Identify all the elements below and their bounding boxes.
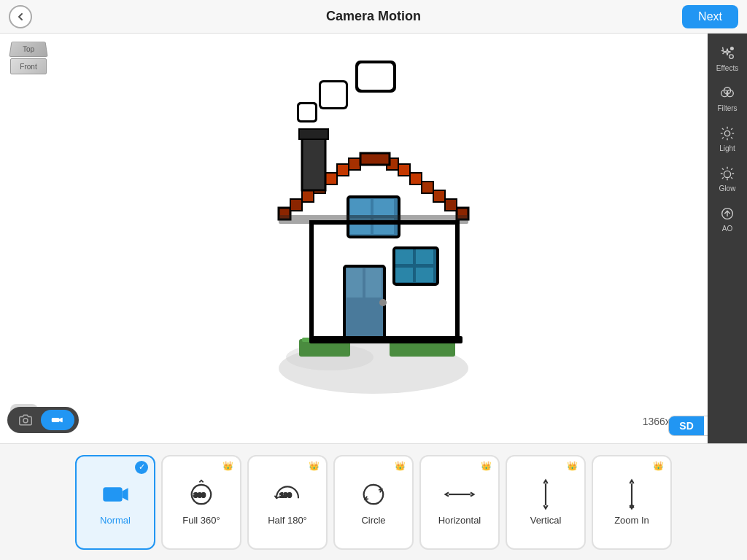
svg-rect-37 [422, 182, 433, 193]
scene-image [169, 34, 578, 443]
svg-rect-38 [410, 173, 422, 184]
half180-label: Half 180° [268, 515, 307, 526]
effects-icon [719, 45, 735, 61]
full360-label: Full 360° [182, 515, 220, 526]
vertical-label: Vertical [530, 515, 562, 526]
svg-point-62 [724, 171, 730, 177]
circle-icon [357, 478, 390, 510]
light-icon [719, 125, 735, 141]
svg-rect-29 [302, 190, 314, 202]
glow-icon [719, 166, 735, 182]
check-badge: ✓ [135, 461, 148, 474]
motion-normal[interactable]: ✓ Normal [75, 455, 155, 550]
svg-line-58 [722, 128, 724, 130]
light-label: Light [719, 144, 735, 152]
crown-icon-3: 👑 [395, 461, 406, 471]
svg-rect-7 [358, 63, 393, 90]
horizontal-icon [444, 478, 476, 510]
horizontal-label: Horizontal [438, 515, 481, 526]
crown-icon-4: 👑 [481, 461, 492, 471]
svg-rect-36 [433, 190, 445, 202]
svg-rect-32 [337, 164, 349, 176]
svg-rect-33 [349, 158, 360, 170]
svg-point-49 [729, 55, 734, 59]
svg-text:360: 360 [193, 491, 205, 499]
svg-point-48 [731, 47, 734, 50]
cube-nav[interactable]: Top Front [10, 41, 51, 86]
cube-front[interactable]: Front [10, 58, 47, 74]
zoomin-label: Zoom In [614, 515, 649, 526]
svg-point-47 [23, 419, 28, 423]
svg-rect-28 [290, 199, 302, 211]
filters-label: Filters [717, 104, 737, 112]
camera-icon [19, 413, 32, 427]
ao-label: AO [722, 225, 732, 233]
motion-circle[interactable]: 👑 Circle [333, 455, 414, 550]
normal-label: Normal [100, 515, 131, 526]
svg-rect-3 [299, 104, 315, 120]
cube-top[interactable]: Top [9, 42, 47, 57]
svg-line-60 [731, 128, 732, 130]
svg-rect-31 [325, 173, 337, 184]
header: Camera Motion Next [0, 0, 747, 34]
svg-rect-18 [395, 249, 413, 264]
sd-button[interactable]: SD [669, 416, 703, 435]
svg-rect-24 [374, 199, 394, 215]
svg-point-16 [379, 299, 387, 306]
svg-rect-43 [299, 129, 328, 139]
svg-rect-46 [309, 336, 462, 343]
ao-icon [719, 206, 735, 222]
crown-icon-6: 👑 [653, 461, 665, 471]
viewport [0, 34, 747, 443]
sidebar-item-light[interactable]: Light [709, 120, 746, 158]
svg-rect-23 [350, 199, 371, 215]
crown-icon-2: 👑 [309, 461, 320, 471]
svg-rect-19 [416, 249, 433, 264]
effects-label: Effects [716, 64, 738, 72]
page-title: Camera Motion [326, 9, 421, 24]
sidebar-item-ao[interactable]: AO [709, 200, 746, 238]
svg-line-59 [731, 137, 732, 139]
circle-label: Circle [361, 515, 385, 526]
svg-rect-15 [365, 268, 382, 298]
crown-icon: 👑 [222, 461, 234, 471]
sidebar-item-effects[interactable]: Effects [709, 39, 746, 78]
vertical-icon [530, 478, 562, 510]
full360-icon: 360 [185, 478, 217, 510]
normal-camera-icon [99, 478, 131, 510]
svg-rect-64 [103, 487, 122, 501]
svg-point-53 [724, 131, 729, 136]
sidebar-item-glow[interactable]: Glow [709, 160, 746, 198]
filters-icon [719, 85, 735, 101]
motion-vertical[interactable]: 👑 Vertical [506, 455, 586, 550]
back-button[interactable] [9, 5, 32, 28]
svg-rect-35 [445, 199, 457, 211]
capture-bar [7, 407, 79, 433]
zoomin-icon [616, 478, 648, 510]
photo-button[interactable] [12, 410, 39, 430]
svg-rect-41 [360, 153, 390, 165]
motion-zoomin[interactable]: 👑 Zoom In [592, 455, 672, 550]
svg-text:180: 180 [279, 491, 291, 499]
video-button[interactable] [41, 410, 74, 430]
next-button[interactable]: Next [682, 5, 738, 28]
svg-rect-21 [416, 268, 433, 282]
crown-icon-5: 👑 [567, 461, 578, 471]
svg-rect-39 [398, 164, 410, 176]
motion-horizontal[interactable]: 👑 Horizontal [419, 455, 500, 550]
svg-rect-20 [395, 268, 413, 282]
motion-full360[interactable]: 👑 360 Full 360° [161, 455, 241, 550]
svg-line-61 [722, 137, 724, 139]
sidebar-item-filters[interactable]: Filters [709, 79, 746, 118]
video-icon [51, 413, 64, 427]
half180-icon: 180 [271, 478, 303, 510]
motion-bar: ✓ Normal 👑 360 Full 360° 👑 180 Half 180°… [0, 443, 747, 560]
svg-rect-5 [321, 82, 346, 107]
svg-rect-42 [302, 132, 325, 190]
svg-rect-14 [347, 268, 363, 298]
right-sidebar: Effects Filters Light Glow [708, 34, 747, 443]
glow-label: Glow [719, 184, 736, 192]
motion-half180[interactable]: 👑 180 Half 180° [247, 455, 328, 550]
